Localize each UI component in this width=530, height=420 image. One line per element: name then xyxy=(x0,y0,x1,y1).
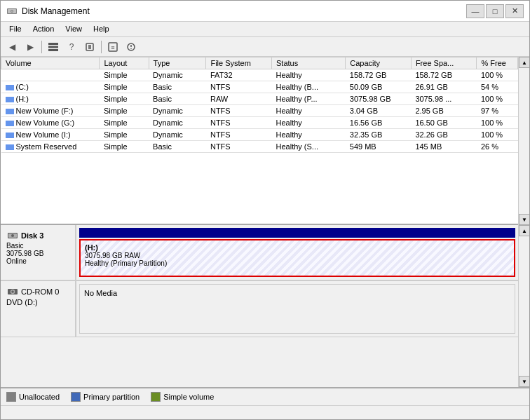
volume-icon xyxy=(6,144,14,150)
table-row[interactable]: New Volume (I:)SimpleDynamicNTFSHealthy3… xyxy=(1,129,518,141)
disk-scroll-down-btn[interactable]: ▼ xyxy=(519,376,529,387)
disk3-size: 3075.98 GB xyxy=(6,250,69,257)
menu-file[interactable]: File xyxy=(4,23,27,35)
table-cell: NTFS xyxy=(206,117,272,129)
table-cell: Healthy (S... xyxy=(272,141,346,153)
table-cell: 100 % xyxy=(477,117,518,129)
table-cell: Simple xyxy=(100,117,149,129)
table-cell: 16.56 GB xyxy=(346,117,412,129)
status-bar xyxy=(1,405,529,419)
col-volume: Volume xyxy=(1,57,100,69)
toolbar-list-btn[interactable] xyxy=(45,39,62,55)
volume-table-area: Volume Layout Type File System Status Ca… xyxy=(1,57,529,225)
minimize-button[interactable]: — xyxy=(466,4,484,18)
disk3-partitions: (H:) 3075.98 GB RAW Healthy (Primary Par… xyxy=(76,225,518,280)
toolbar-back-btn[interactable]: ◀ xyxy=(4,39,20,55)
table-cell: Basic xyxy=(149,93,206,105)
svg-point-21 xyxy=(12,291,13,292)
disk3-partition-block[interactable]: (H:) 3075.98 GB RAW Healthy (Primary Par… xyxy=(79,239,515,277)
disk-scroll-up-btn[interactable]: ▲ xyxy=(519,225,529,236)
toolbar-forward-btn[interactable]: ▶ xyxy=(22,39,39,55)
table-cell: Simple xyxy=(100,93,149,105)
table-cell: 3.04 GB xyxy=(346,105,412,117)
volume-icon xyxy=(6,133,14,138)
table-cell: Basic xyxy=(149,81,206,93)
menu-view[interactable]: View xyxy=(60,23,88,35)
legend-unallocated-box xyxy=(6,392,16,402)
svg-text:≡: ≡ xyxy=(111,44,114,51)
table-cell: Dynamic xyxy=(149,105,206,117)
table-cell: 145 MB xyxy=(411,141,477,153)
table-cell: Healthy (B... xyxy=(272,81,346,93)
disk3-icon xyxy=(6,229,19,242)
cdrom0-partitions: No Media xyxy=(76,281,518,337)
no-media-text: No Media xyxy=(84,289,117,297)
app-icon xyxy=(6,6,18,17)
svg-rect-5 xyxy=(48,46,58,48)
disk-area: Disk 3 Basic 3075.98 GB Online (H:) 3075… xyxy=(1,225,529,337)
title-bar: Disk Management — □ ✕ xyxy=(1,1,529,22)
volume-table-wrapper: Volume Layout Type File System Status Ca… xyxy=(1,57,529,225)
col-free: Free Spa... xyxy=(411,57,477,69)
disk3-partition-label: (H:) xyxy=(85,243,510,252)
table-cell: Healthy xyxy=(272,129,346,141)
table-row[interactable]: System ReservedSimpleBasicNTFSHealthy (S… xyxy=(1,141,518,153)
legend-primary-label: Primary partition xyxy=(83,393,140,401)
svg-point-15 xyxy=(130,48,132,49)
table-row[interactable]: New Volume (G:)SimpleDynamicNTFSHealthy1… xyxy=(1,117,518,129)
disk3-partition-size-fs: 3075.98 GB RAW xyxy=(85,252,510,259)
close-button[interactable]: ✕ xyxy=(505,4,524,18)
title-bar-left: Disk Management xyxy=(6,6,90,17)
disk-area-wrapper: Disk 3 Basic 3075.98 GB Online (H:) 3075… xyxy=(1,225,529,387)
toolbar-properties-btn[interactable] xyxy=(81,39,98,55)
table-cell: 54 % xyxy=(477,81,518,93)
table-cell: 50.09 GB xyxy=(346,81,412,93)
table-row[interactable]: SimpleDynamicFAT32Healthy158.72 GB158.72… xyxy=(1,69,518,81)
cdrom0-type: DVD (D:) xyxy=(6,298,69,306)
toolbar-cmd2-btn[interactable] xyxy=(123,39,140,55)
table-row[interactable]: New Volume (F:)SimpleDynamicNTFSHealthy3… xyxy=(1,105,518,117)
table-cell: NTFS xyxy=(206,105,272,117)
table-row[interactable]: (H:)SimpleBasicRAWHealthy (P...3075.98 G… xyxy=(1,93,518,105)
table-cell: Dynamic xyxy=(149,69,206,81)
disk-scrollbar[interactable]: ▲ ▼ xyxy=(518,225,529,387)
table-cell: Healthy xyxy=(272,105,346,117)
menu-action[interactable]: Action xyxy=(27,23,60,35)
scroll-down-btn[interactable]: ▼ xyxy=(519,214,529,225)
table-cell: 97 % xyxy=(477,105,518,117)
cdrom0-icon xyxy=(6,285,19,298)
col-fs: File System xyxy=(206,57,272,69)
table-row[interactable]: (C:)SimpleBasicNTFSHealthy (B...50.09 GB… xyxy=(1,81,518,93)
col-type: Type xyxy=(149,57,206,69)
table-cell: Simple xyxy=(100,129,149,141)
table-cell: RAW xyxy=(206,93,272,105)
table-scrollbar[interactable]: ▲ ▼ xyxy=(518,57,529,225)
legend-unallocated-label: Unallocated xyxy=(19,393,60,401)
table-cell: Dynamic xyxy=(149,129,206,141)
scroll-track xyxy=(519,68,529,214)
toolbar-cmd1-btn[interactable]: ≡ xyxy=(104,39,121,55)
legend-unallocated: Unallocated xyxy=(6,392,60,402)
legend-primary-box xyxy=(71,392,81,402)
table-cell: 100 % xyxy=(477,69,518,81)
svg-point-18 xyxy=(11,234,14,237)
table-cell: 100 % xyxy=(477,129,518,141)
toolbar-help-btn[interactable]: ? xyxy=(63,39,80,55)
maximize-button[interactable]: □ xyxy=(486,4,504,18)
table-cell: Simple xyxy=(100,141,149,153)
disk3-name: Disk 3 xyxy=(21,231,43,240)
volume-icon xyxy=(6,109,14,114)
table-cell: 549 MB xyxy=(346,141,412,153)
svg-point-3 xyxy=(11,11,13,12)
legend-simple-label: Simple volume xyxy=(163,393,214,401)
cdrom0-name: CD-ROM 0 xyxy=(21,287,59,296)
menu-help[interactable]: Help xyxy=(88,23,115,35)
svg-rect-6 xyxy=(48,49,58,51)
window-title: Disk Management xyxy=(22,6,90,16)
cdrom0-label-row: CD-ROM 0 xyxy=(6,285,69,298)
disk3-type: Basic xyxy=(6,242,69,250)
toolbar-sep-1 xyxy=(41,41,42,53)
scroll-up-btn[interactable]: ▲ xyxy=(519,57,529,68)
main-content: Volume Layout Type File System Status Ca… xyxy=(1,57,529,405)
disk3-partition-health: Healthy (Primary Partition) xyxy=(85,259,510,267)
